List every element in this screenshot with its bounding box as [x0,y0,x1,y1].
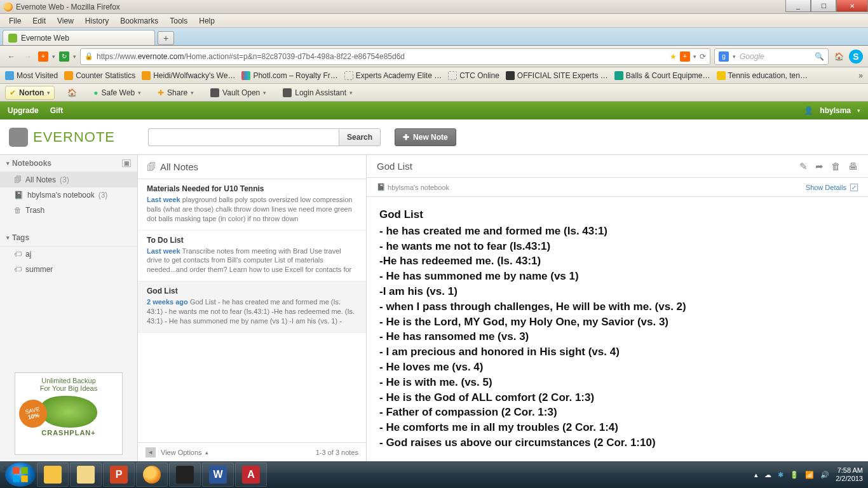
extension-dropdown-icon[interactable]: ▾ [73,53,76,60]
folder-icon [77,466,95,484]
search-go-icon[interactable]: 🔍 [815,52,824,61]
menu-history[interactable]: History [80,15,114,27]
extension-icon[interactable]: ↻ [59,51,69,62]
bookmarks-overflow-icon[interactable]: » [858,71,863,80]
bookmark-tennis[interactable]: Tennis education, ten… [717,71,808,80]
search-engine-dropdown-icon[interactable]: ▾ [733,53,736,60]
print-icon[interactable]: 🖶 [848,161,858,172]
bookmark-heidi[interactable]: Heidi/Wolfwacky's We… [142,71,235,80]
upgrade-link[interactable]: Upgrade [8,106,39,115]
share-icon[interactable]: ➦ [815,161,824,172]
evernote-logo[interactable]: EVERNOTE [9,128,115,147]
window-close-button[interactable] [836,0,868,12]
menu-bookmarks[interactable]: Bookmarks [115,15,163,27]
share-button[interactable]: ✚Share▾ [154,86,198,99]
vault-button[interactable]: Vault Open▾ [207,86,270,99]
menu-edit[interactable]: Edit [27,15,51,27]
new-note-button[interactable]: ✚New Note [395,128,456,146]
tray-battery-icon[interactable]: 🔋 [790,471,799,479]
tab-label: Evernote Web [21,34,69,43]
sidebar-item-all-notes[interactable]: 🗐All Notes (3) [0,172,137,187]
menu-file[interactable]: File [4,15,26,27]
url-bar[interactable]: 🔒 https://www.evernote.com/Home.action#s… [80,48,710,65]
taskbar-camera[interactable] [169,463,201,487]
username[interactable]: hbylsma [820,106,851,115]
bookmark-ctc[interactable]: CTC Online [448,71,499,80]
tray-network-icon[interactable]: ✱ [778,471,783,479]
sidebar-section-notebooks[interactable]: ▾Notebooks▣ [0,155,137,172]
collapse-icon[interactable]: ▣ [122,159,131,167]
sidebar-section-tags[interactable]: ▾Tags [0,229,137,247]
addthis-dropdown-icon[interactable]: ▾ [52,53,55,60]
plus-icon: ✚ [403,133,409,142]
edit-icon[interactable]: ✎ [799,161,808,172]
home-button[interactable]: 🏠 [832,50,845,63]
search-input[interactable] [148,128,339,146]
star-icon[interactable]: ★ [670,52,677,61]
search-button[interactable]: Search [339,128,381,146]
bookmark-experts[interactable]: Experts Academy Elite … [344,71,442,80]
bookmarks-toolbar: Most Visited Counter Statistics Heidi/Wo… [0,67,868,84]
note-list-item[interactable]: Materials Needed for U10 Tennis Last wee… [138,179,366,231]
note-list-item[interactable]: God List 2 weeks ago God List - he has c… [138,281,366,333]
taskbar-powerpoint[interactable]: P [103,463,135,487]
tray-wifi-icon[interactable]: 📶 [805,471,814,479]
tray-up-icon[interactable]: ▴ [754,471,758,479]
shield-icon [142,71,151,80]
back-button[interactable]: ← [5,50,18,63]
sidebar-ad[interactable]: Unlimited Backup For Your Big Ideas SAVE… [0,366,137,461]
note-list-item[interactable]: To Do List Last week Transcribe notes fr… [138,231,366,282]
svg-rect-0 [13,467,19,473]
google-icon: g [719,51,729,62]
note-list-header: 🗐All Notes [138,155,366,179]
search-placeholder: Google [740,52,764,61]
window-maximize-button[interactable] [811,0,836,12]
tray-cloud-icon[interactable]: ☁ [764,471,771,479]
taskbar-explorer[interactable] [70,463,102,487]
bookmark-official[interactable]: OFFICIAL SITE Experts … [506,71,608,80]
sidebar-item-trash[interactable]: 🗑Trash [0,203,137,218]
bookmark-photl[interactable]: Photl.com – Royalty Fr… [241,71,337,80]
prev-page-icon[interactable]: ◂ [146,447,156,458]
skype-icon[interactable]: S [849,50,863,64]
tab-evernote[interactable]: Evernote Web [3,30,155,45]
menu-tools[interactable]: Tools [165,15,193,27]
norton-home-button[interactable]: 🏠 [64,86,81,99]
addthis-icon[interactable]: + [38,51,48,62]
window-minimize-button[interactable] [785,0,811,12]
urlbar-dropdown-icon[interactable]: ▾ [693,53,696,60]
menu-view[interactable]: View [52,15,79,27]
notebook-small-icon: 📓 [377,183,386,191]
bookmark-counter[interactable]: Counter Statistics [64,71,135,80]
view-options-button[interactable]: View Options ▴ [161,449,208,456]
taskbar-adobe[interactable]: A [235,463,267,487]
note-list: 🗐All Notes Materials Needed for U10 Tenn… [138,155,367,461]
reload-icon[interactable]: ⟳ [700,52,706,61]
tag-icon: 🏷 [14,250,22,259]
show-details-link[interactable]: Show Details ⤢ [806,184,858,191]
delete-icon[interactable]: 🗑 [831,161,841,172]
bookmark-most-visited[interactable]: Most Visited [5,71,58,80]
new-tab-button[interactable]: + [158,31,174,45]
sidebar-tag-aj[interactable]: 🏷aj [0,247,137,262]
menu-help[interactable]: Help [194,15,220,27]
taskbar-outlook[interactable] [37,463,69,487]
tray-volume-icon[interactable]: 🔊 [820,471,829,479]
note-body[interactable]: God List - he has created me and formed … [367,197,868,461]
bookmark-balls[interactable]: Balls & Court Equipme… [614,71,710,80]
gift-link[interactable]: Gift [50,106,64,115]
start-button[interactable] [5,463,36,487]
user-menu-dropdown-icon[interactable]: ▾ [857,107,860,114]
notebook-icon: 📓 [14,191,24,200]
tray-clock[interactable]: 7:58 AM 2/2/2013 [836,466,863,482]
taskbar-firefox[interactable] [136,463,168,487]
sidebar-item-user-notebook[interactable]: 📓hbylsma's notebook (3) [0,187,137,203]
sidebar-tag-summer[interactable]: 🏷summer [0,262,137,277]
forward-button[interactable]: → [22,50,34,63]
safe-web-button[interactable]: ●Safe Web▾ [90,86,145,99]
taskbar-word[interactable]: W [202,463,234,487]
login-assistant-button[interactable]: Login Assistant▾ [279,86,356,99]
norton-button[interactable]: ✔Norton▾ [5,86,55,100]
addthis-urlbar-icon[interactable]: + [680,51,690,62]
search-engine-box[interactable]: g ▾ Google 🔍 [714,48,829,65]
